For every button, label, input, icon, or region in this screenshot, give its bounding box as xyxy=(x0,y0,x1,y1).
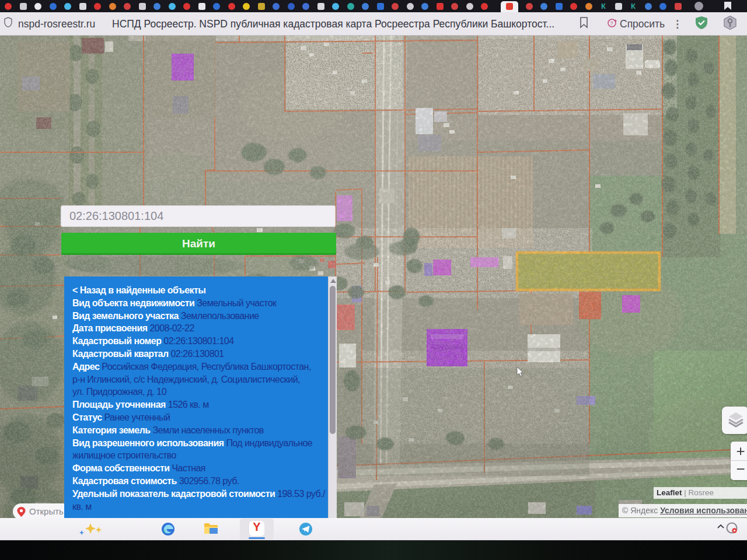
svg-text:?: ? xyxy=(610,20,613,26)
